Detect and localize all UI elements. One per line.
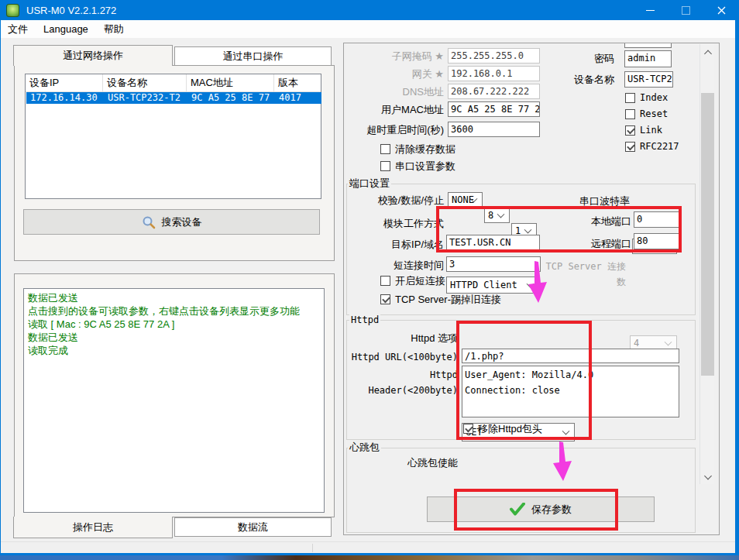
port-settings-group-label: 端口设置: [348, 178, 391, 189]
minimize-icon: [646, 10, 655, 11]
httpd-group-label: Httpd: [349, 314, 380, 325]
log-line: 读取 [ Mac : 9C A5 25 8E 77 2A ]: [28, 318, 320, 331]
gateway-input[interactable]: 192.168.0.1: [448, 66, 540, 81]
vertical-scrollbar[interactable]: [699, 44, 714, 484]
app-window: USR-M0 V2.2.1.272 文件 Language 帮助 通过网络操作 …: [0, 0, 739, 560]
password-input[interactable]: admin: [624, 50, 672, 67]
check-icon: [510, 503, 525, 516]
checkbox-kick-old-label: TCP Server-踢掉旧连接: [395, 294, 501, 305]
checkbox-rfc2217-label: RFC2217: [640, 141, 679, 153]
shortconn-input[interactable]: 3: [446, 256, 541, 272]
dns-input[interactable]: 208.67.222.222: [448, 84, 540, 99]
device-list: 设备IP 设备名称 MAC地址 版本 172.16.14.30 USR-TCP2…: [25, 74, 321, 199]
databits-select[interactable]: 8: [484, 208, 510, 223]
scroll-thumb[interactable]: [701, 93, 714, 376]
checkbox-link-label: Link: [640, 125, 662, 136]
operation-log[interactable]: 数据已发送 点击搜到的设备可读取参数，右键点击设备列表显示更多功能 读取 [ M…: [23, 288, 325, 513]
save-params-label: 保存参数: [531, 503, 572, 517]
httpd-url-input[interactable]: /1.php?: [462, 349, 679, 363]
checkbox-reset-label: Reset: [640, 108, 668, 120]
checkbox-index[interactable]: [625, 93, 635, 103]
device-row-selected[interactable]: 172.16.14.30 USR-TCP232-T2 9C A5 25 8E 7…: [26, 92, 321, 104]
mac-input[interactable]: 9C A5 25 8E 77 2A: [448, 101, 540, 117]
tab-data-stream[interactable]: 数据流: [174, 517, 332, 537]
app-logo-icon: [6, 4, 19, 17]
log-line: 数据已发送: [28, 331, 320, 344]
search-icon: [142, 215, 156, 229]
checkbox-clear-cache[interactable]: [380, 144, 390, 154]
remoteport-label: 远程端口: [575, 236, 631, 252]
close-button[interactable]: [703, 0, 739, 20]
heartbeat-enable-label: 心跳包使能: [360, 455, 458, 471]
checkbox-index-label: Index: [640, 92, 668, 104]
chevron-down-icon: [562, 428, 570, 435]
target-ip-input[interactable]: TEST.USR.CN: [446, 235, 540, 250]
dns-label: DNS地址: [345, 84, 444, 100]
chevron-down-icon: [497, 211, 505, 218]
checkbox-serial-set[interactable]: [380, 161, 390, 171]
cell-device-name: USR-TCP232-T2: [104, 92, 187, 104]
checkbox-rfc2217[interactable]: [625, 142, 635, 152]
target-ip-label: 目标IP/域名: [345, 237, 444, 253]
httpd-header-label: Httpd Header(<200byte): [343, 367, 458, 398]
desktop-edge-strip: [0, 555, 739, 560]
tab-network-operate[interactable]: 通过网络操作: [13, 45, 173, 66]
window-border-right: [735, 20, 739, 555]
subnet-input[interactable]: 255.255.255.0: [448, 48, 540, 64]
status-bar: [0, 541, 739, 553]
chevron-down-icon: [524, 226, 532, 234]
scroll-up-button[interactable]: [700, 44, 715, 59]
menu-file[interactable]: 文件: [0, 20, 36, 39]
workmode-select[interactable]: HTTPD Client: [446, 277, 539, 294]
checkbox-remove-httpd-header[interactable]: [463, 424, 473, 434]
checkbox-link[interactable]: [625, 125, 635, 136]
search-device-button[interactable]: 搜索设备: [23, 209, 320, 235]
maximize-icon: [682, 6, 690, 15]
menu-language[interactable]: Language: [36, 20, 96, 39]
cell-mac: 9C A5 25 8E 77 2A: [187, 92, 275, 104]
col-device-ip[interactable]: 设备IP: [26, 74, 103, 91]
reboot-time-input[interactable]: 3600: [448, 122, 540, 137]
remoteport-input[interactable]: 80: [634, 233, 679, 249]
checkbox-reset[interactable]: [625, 109, 635, 119]
checkbox-enable-short[interactable]: [380, 276, 390, 286]
checkbox-enable-short-label: 开启短连接: [395, 275, 445, 287]
save-params-button[interactable]: 保存参数: [427, 496, 655, 522]
localport-label: 本地端口: [575, 214, 631, 229]
clipped-input: [624, 43, 672, 48]
checkbox-kick-old[interactable]: [380, 294, 390, 304]
httpd-option-label: Httpd 选项: [360, 331, 458, 346]
parity-label: 校验/数据/停止: [345, 193, 444, 208]
chevron-down-icon: [704, 472, 712, 480]
menu-help[interactable]: 帮助: [96, 20, 132, 39]
device-name-label: 设备名称: [562, 72, 614, 88]
checkbox-serial-set-label: 串口设置参数: [395, 160, 455, 172]
window-title: USR-M0 V2.2.1.272: [26, 5, 116, 16]
title-bar: USR-M0 V2.2.1.272: [0, 0, 739, 20]
col-version[interactable]: 版本: [274, 74, 321, 91]
minimize-button[interactable]: [632, 0, 668, 20]
col-mac[interactable]: MAC地址: [187, 74, 274, 91]
parity-select[interactable]: NONE: [448, 192, 483, 208]
shortconn-label: 短连接时间: [345, 258, 444, 273]
log-line: 读取完成: [28, 344, 320, 357]
maximize-button[interactable]: [668, 0, 703, 20]
httpd-url-label: Httpd URL(<100byte): [343, 349, 458, 365]
scroll-down-button[interactable]: [700, 469, 715, 484]
col-device-name[interactable]: 设备名称: [103, 74, 187, 91]
tab-serial-operate[interactable]: 通过串口操作: [174, 46, 332, 66]
password-label: 密码: [572, 51, 614, 67]
subnet-label: 子网掩码 ★: [345, 49, 444, 64]
httpd-header-textarea[interactable]: User_Agent: Mozilla/4.0 Connection: clos…: [462, 366, 679, 417]
reboot-time-label: 超时重启时间(秒): [345, 122, 444, 138]
checkbox-clear-cache-label: 清除缓存数据: [395, 143, 455, 155]
gateway-label: 网关 ★: [345, 67, 444, 82]
close-icon: [717, 6, 726, 15]
search-device-label: 搜索设备: [162, 215, 202, 229]
window-border-left: [0, 20, 1, 555]
localport-input[interactable]: 0: [634, 211, 679, 228]
tab-operation-log[interactable]: 操作日志: [13, 517, 173, 538]
baud-label: 串口波特率: [562, 194, 630, 209]
mac-label: 用户MAC地址: [345, 102, 444, 118]
device-name-input[interactable]: USR-TCP23: [624, 71, 673, 88]
